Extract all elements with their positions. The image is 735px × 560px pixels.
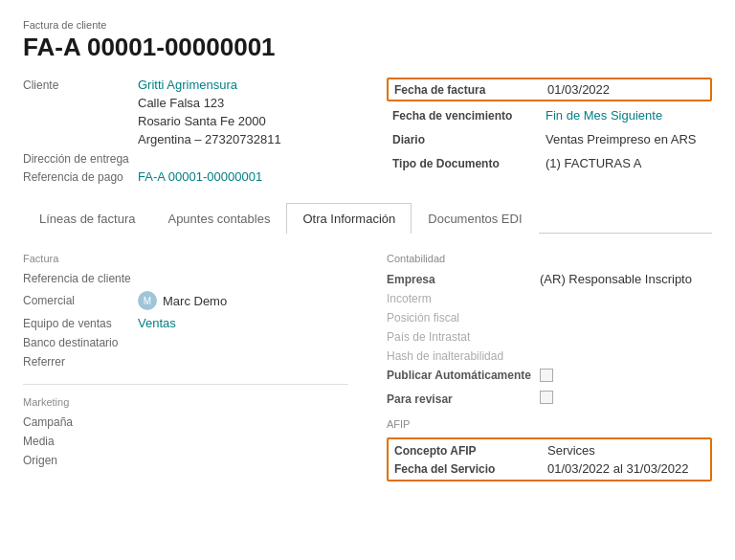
payment-ref-value[interactable]: FA-A 00001-00000001 bbox=[138, 169, 262, 184]
contabilidad-section-title: Contabilidad bbox=[387, 253, 712, 264]
diary-value: Ventas Preimpreso en ARS bbox=[546, 132, 697, 146]
fiscal-pos-row: Posición fiscal bbox=[387, 311, 712, 325]
concept-afip-label: Concepto AFIP bbox=[394, 444, 547, 458]
tab-left-column: Factura Referencia de cliente Comercial … bbox=[23, 249, 348, 482]
campaign-label: Campaña bbox=[23, 415, 138, 429]
incoterm-row: Incoterm bbox=[387, 292, 712, 305]
service-date-row: Fecha del Servicio 01/03/2022 al 31/03/2… bbox=[394, 461, 704, 476]
campaign-row: Campaña bbox=[23, 415, 348, 429]
intrastat-label: País de Intrastat bbox=[387, 330, 540, 344]
hash-row: Hash de inalterabilidad bbox=[387, 349, 712, 363]
invoice-details-section: Fecha de factura 01/03/2022 Fecha de ven… bbox=[387, 78, 712, 188]
client-name[interactable]: Gritti Agrimensura bbox=[138, 78, 237, 92]
bank-row: Banco destinatario bbox=[23, 336, 348, 349]
review-row: Para revisar bbox=[387, 391, 712, 407]
commercial-row: Comercial M Marc Demo bbox=[23, 291, 348, 310]
tabs-nav: Líneas de factura Apuntes contables Otra… bbox=[23, 203, 712, 234]
concept-afip-row: Concepto AFIP Services bbox=[394, 443, 704, 458]
afip-section-title: AFIP bbox=[387, 418, 712, 430]
due-date-label: Fecha de vencimiento bbox=[392, 109, 546, 123]
doc-type-label: Tipo de Documento bbox=[392, 157, 546, 170]
service-date-label: Fecha del Servicio bbox=[394, 462, 547, 476]
service-date-value: 01/03/2022 al 31/03/2022 bbox=[547, 461, 688, 476]
publish-label: Publicar Automáticamente bbox=[387, 369, 540, 382]
incoterm-label: Incoterm bbox=[387, 292, 540, 305]
tab-right-column: Contabilidad Empresa (AR) Responsable In… bbox=[387, 249, 712, 482]
referrer-label: Referrer bbox=[23, 355, 138, 369]
tab-otra-info[interactable]: Otra Información bbox=[286, 203, 412, 234]
page-title: FA-A 00001-00000001 bbox=[23, 33, 712, 62]
media-label: Media bbox=[23, 435, 138, 448]
intrastat-row: País de Intrastat bbox=[387, 330, 712, 344]
factura-section-title: Factura bbox=[23, 253, 348, 264]
media-row: Media bbox=[23, 435, 348, 448]
concept-afip-value: Services bbox=[547, 443, 595, 458]
commercial-label: Comercial bbox=[23, 294, 138, 307]
publish-checkbox[interactable] bbox=[540, 369, 553, 385]
sales-team-label: Equipo de ventas bbox=[23, 317, 138, 330]
company-value: (AR) Responsable Inscripto bbox=[540, 272, 692, 286]
diary-label: Diario bbox=[392, 133, 546, 146]
client-section: Cliente Gritti Agrimensura Calle Falsa 1… bbox=[23, 78, 368, 188]
sales-team-value[interactable]: Ventas bbox=[138, 316, 176, 330]
commercial-value: M Marc Demo bbox=[138, 291, 227, 310]
review-checkbox[interactable] bbox=[540, 391, 553, 407]
invoice-date-row: Fecha de factura 01/03/2022 bbox=[387, 78, 712, 101]
doc-type-value: (1) FACTURAS A bbox=[546, 156, 641, 170]
afip-bordered-block: Concepto AFIP Services Fecha del Servici… bbox=[387, 437, 712, 482]
tab-content-otra-info: Factura Referencia de cliente Comercial … bbox=[23, 249, 712, 482]
invoice-date-value: 01/03/2022 bbox=[547, 82, 610, 97]
commercial-name: Marc Demo bbox=[163, 294, 227, 308]
client-label: Cliente bbox=[23, 78, 138, 92]
diary-row: Diario Ventas Preimpreso en ARS bbox=[387, 129, 712, 149]
bank-label: Banco destinatario bbox=[23, 336, 138, 349]
sales-team-row: Equipo de ventas Ventas bbox=[23, 316, 348, 330]
payment-ref-label: Referencia de pago bbox=[23, 169, 138, 184]
tab-lineas[interactable]: Líneas de factura bbox=[23, 203, 151, 234]
page-subtitle: Factura de cliente bbox=[23, 19, 712, 31]
origin-label: Origen bbox=[23, 454, 138, 467]
address-line3: Argentina – 27320732811 bbox=[138, 132, 368, 146]
delivery-label: Dirección de entrega bbox=[23, 152, 368, 166]
invoice-date-label: Fecha de factura bbox=[394, 83, 547, 97]
doc-type-row: Tipo de Documento (1) FACTURAS A bbox=[387, 153, 712, 173]
address-line2: Rosario Santa Fe 2000 bbox=[138, 114, 368, 128]
client-ref-row: Referencia de cliente bbox=[23, 272, 348, 285]
marketing-section: Marketing Campaña Media Origen bbox=[23, 384, 348, 467]
due-date-row: Fecha de vencimiento Fin de Mes Siguient… bbox=[387, 105, 712, 125]
hash-label: Hash de inalterabilidad bbox=[387, 349, 540, 363]
company-label: Empresa bbox=[387, 273, 540, 286]
tab-edi[interactable]: Documentos EDI bbox=[412, 203, 538, 234]
avatar: M bbox=[138, 291, 157, 310]
tab-apuntes[interactable]: Apuntes contables bbox=[151, 203, 286, 234]
referrer-row: Referrer bbox=[23, 355, 348, 369]
publish-row: Publicar Automáticamente bbox=[387, 369, 712, 385]
afip-section: AFIP Concepto AFIP Services Fecha del Se… bbox=[387, 418, 712, 482]
publish-checkbox-box[interactable] bbox=[540, 369, 553, 382]
due-date-value[interactable]: Fin de Mes Siguiente bbox=[546, 108, 662, 123]
review-label: Para revisar bbox=[387, 392, 540, 406]
client-ref-label: Referencia de cliente bbox=[23, 272, 138, 285]
marketing-section-title: Marketing bbox=[23, 396, 348, 408]
fiscal-pos-label: Posición fiscal bbox=[387, 311, 540, 325]
company-row: Empresa (AR) Responsable Inscripto bbox=[387, 272, 712, 286]
origin-row: Origen bbox=[23, 454, 348, 467]
divider bbox=[23, 384, 348, 385]
review-checkbox-box[interactable] bbox=[540, 391, 553, 404]
address-line1: Calle Falsa 123 bbox=[138, 96, 368, 110]
